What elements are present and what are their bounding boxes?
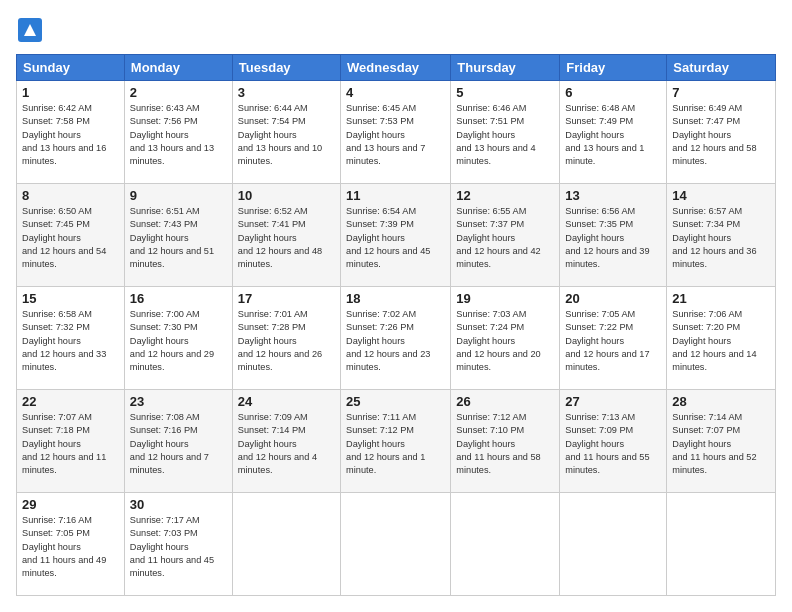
col-sunday: Sunday — [17, 55, 125, 81]
day-info: Sunrise: 7:16 AMSunset: 7:05 PMDaylight … — [22, 514, 119, 581]
day-info: Sunrise: 6:43 AMSunset: 7:56 PMDaylight … — [130, 102, 227, 169]
col-saturday: Saturday — [667, 55, 776, 81]
day-info: Sunrise: 7:17 AMSunset: 7:03 PMDaylight … — [130, 514, 227, 581]
day-number: 23 — [130, 394, 227, 409]
table-row: 23Sunrise: 7:08 AMSunset: 7:16 PMDayligh… — [124, 390, 232, 493]
day-number: 12 — [456, 188, 554, 203]
day-number: 18 — [346, 291, 445, 306]
table-row: 9Sunrise: 6:51 AMSunset: 7:43 PMDaylight… — [124, 184, 232, 287]
day-number: 22 — [22, 394, 119, 409]
table-row — [451, 493, 560, 596]
logo-icon — [16, 16, 44, 44]
day-info: Sunrise: 7:12 AMSunset: 7:10 PMDaylight … — [456, 411, 554, 478]
page: Sunday Monday Tuesday Wednesday Thursday… — [0, 0, 792, 612]
day-info: Sunrise: 6:46 AMSunset: 7:51 PMDaylight … — [456, 102, 554, 169]
day-info: Sunrise: 6:48 AMSunset: 7:49 PMDaylight … — [565, 102, 661, 169]
table-row: 1Sunrise: 6:42 AMSunset: 7:58 PMDaylight… — [17, 81, 125, 184]
day-number: 28 — [672, 394, 770, 409]
day-info: Sunrise: 6:50 AMSunset: 7:45 PMDaylight … — [22, 205, 119, 272]
table-row — [667, 493, 776, 596]
table-row: 2Sunrise: 6:43 AMSunset: 7:56 PMDaylight… — [124, 81, 232, 184]
day-number: 8 — [22, 188, 119, 203]
table-row: 28Sunrise: 7:14 AMSunset: 7:07 PMDayligh… — [667, 390, 776, 493]
table-row: 19Sunrise: 7:03 AMSunset: 7:24 PMDayligh… — [451, 287, 560, 390]
col-friday: Friday — [560, 55, 667, 81]
day-info: Sunrise: 7:01 AMSunset: 7:28 PMDaylight … — [238, 308, 335, 375]
day-number: 14 — [672, 188, 770, 203]
day-number: 17 — [238, 291, 335, 306]
table-row: 20Sunrise: 7:05 AMSunset: 7:22 PMDayligh… — [560, 287, 667, 390]
day-info: Sunrise: 7:09 AMSunset: 7:14 PMDaylight … — [238, 411, 335, 478]
day-info: Sunrise: 6:52 AMSunset: 7:41 PMDaylight … — [238, 205, 335, 272]
table-row — [341, 493, 451, 596]
header — [16, 16, 776, 44]
col-wednesday: Wednesday — [341, 55, 451, 81]
day-number: 13 — [565, 188, 661, 203]
day-number: 10 — [238, 188, 335, 203]
table-row: 13Sunrise: 6:56 AMSunset: 7:35 PMDayligh… — [560, 184, 667, 287]
table-row: 26Sunrise: 7:12 AMSunset: 7:10 PMDayligh… — [451, 390, 560, 493]
table-row: 27Sunrise: 7:13 AMSunset: 7:09 PMDayligh… — [560, 390, 667, 493]
day-info: Sunrise: 7:11 AMSunset: 7:12 PMDaylight … — [346, 411, 445, 478]
table-row: 10Sunrise: 6:52 AMSunset: 7:41 PMDayligh… — [232, 184, 340, 287]
day-number: 21 — [672, 291, 770, 306]
table-row: 22Sunrise: 7:07 AMSunset: 7:18 PMDayligh… — [17, 390, 125, 493]
day-info: Sunrise: 7:14 AMSunset: 7:07 PMDaylight … — [672, 411, 770, 478]
table-row: 6Sunrise: 6:48 AMSunset: 7:49 PMDaylight… — [560, 81, 667, 184]
calendar-row: 1Sunrise: 6:42 AMSunset: 7:58 PMDaylight… — [17, 81, 776, 184]
table-row: 5Sunrise: 6:46 AMSunset: 7:51 PMDaylight… — [451, 81, 560, 184]
day-number: 15 — [22, 291, 119, 306]
day-info: Sunrise: 7:06 AMSunset: 7:20 PMDaylight … — [672, 308, 770, 375]
day-number: 19 — [456, 291, 554, 306]
col-monday: Monday — [124, 55, 232, 81]
table-row: 30Sunrise: 7:17 AMSunset: 7:03 PMDayligh… — [124, 493, 232, 596]
table-row: 14Sunrise: 6:57 AMSunset: 7:34 PMDayligh… — [667, 184, 776, 287]
table-row: 24Sunrise: 7:09 AMSunset: 7:14 PMDayligh… — [232, 390, 340, 493]
table-row: 8Sunrise: 6:50 AMSunset: 7:45 PMDaylight… — [17, 184, 125, 287]
col-thursday: Thursday — [451, 55, 560, 81]
table-row: 15Sunrise: 6:58 AMSunset: 7:32 PMDayligh… — [17, 287, 125, 390]
day-number: 7 — [672, 85, 770, 100]
table-row: 18Sunrise: 7:02 AMSunset: 7:26 PMDayligh… — [341, 287, 451, 390]
day-number: 11 — [346, 188, 445, 203]
day-info: Sunrise: 6:44 AMSunset: 7:54 PMDaylight … — [238, 102, 335, 169]
day-info: Sunrise: 6:45 AMSunset: 7:53 PMDaylight … — [346, 102, 445, 169]
day-info: Sunrise: 7:13 AMSunset: 7:09 PMDaylight … — [565, 411, 661, 478]
day-number: 25 — [346, 394, 445, 409]
day-info: Sunrise: 6:54 AMSunset: 7:39 PMDaylight … — [346, 205, 445, 272]
calendar-row: 15Sunrise: 6:58 AMSunset: 7:32 PMDayligh… — [17, 287, 776, 390]
day-info: Sunrise: 6:57 AMSunset: 7:34 PMDaylight … — [672, 205, 770, 272]
day-info: Sunrise: 7:08 AMSunset: 7:16 PMDaylight … — [130, 411, 227, 478]
day-number: 9 — [130, 188, 227, 203]
day-number: 26 — [456, 394, 554, 409]
day-info: Sunrise: 7:05 AMSunset: 7:22 PMDaylight … — [565, 308, 661, 375]
table-row — [232, 493, 340, 596]
day-info: Sunrise: 6:56 AMSunset: 7:35 PMDaylight … — [565, 205, 661, 272]
calendar-row: 22Sunrise: 7:07 AMSunset: 7:18 PMDayligh… — [17, 390, 776, 493]
day-info: Sunrise: 7:07 AMSunset: 7:18 PMDaylight … — [22, 411, 119, 478]
table-row: 17Sunrise: 7:01 AMSunset: 7:28 PMDayligh… — [232, 287, 340, 390]
day-number: 1 — [22, 85, 119, 100]
day-info: Sunrise: 7:02 AMSunset: 7:26 PMDaylight … — [346, 308, 445, 375]
day-info: Sunrise: 7:00 AMSunset: 7:30 PMDaylight … — [130, 308, 227, 375]
day-info: Sunrise: 6:42 AMSunset: 7:58 PMDaylight … — [22, 102, 119, 169]
day-info: Sunrise: 6:58 AMSunset: 7:32 PMDaylight … — [22, 308, 119, 375]
day-number: 27 — [565, 394, 661, 409]
day-number: 29 — [22, 497, 119, 512]
day-number: 24 — [238, 394, 335, 409]
calendar-row: 29Sunrise: 7:16 AMSunset: 7:05 PMDayligh… — [17, 493, 776, 596]
table-row: 7Sunrise: 6:49 AMSunset: 7:47 PMDaylight… — [667, 81, 776, 184]
calendar-row: 8Sunrise: 6:50 AMSunset: 7:45 PMDaylight… — [17, 184, 776, 287]
table-row: 25Sunrise: 7:11 AMSunset: 7:12 PMDayligh… — [341, 390, 451, 493]
day-number: 3 — [238, 85, 335, 100]
col-tuesday: Tuesday — [232, 55, 340, 81]
logo — [16, 16, 48, 44]
day-info: Sunrise: 7:03 AMSunset: 7:24 PMDaylight … — [456, 308, 554, 375]
table-row: 29Sunrise: 7:16 AMSunset: 7:05 PMDayligh… — [17, 493, 125, 596]
day-info: Sunrise: 6:49 AMSunset: 7:47 PMDaylight … — [672, 102, 770, 169]
day-number: 5 — [456, 85, 554, 100]
day-number: 2 — [130, 85, 227, 100]
header-row: Sunday Monday Tuesday Wednesday Thursday… — [17, 55, 776, 81]
day-number: 6 — [565, 85, 661, 100]
day-info: Sunrise: 6:51 AMSunset: 7:43 PMDaylight … — [130, 205, 227, 272]
